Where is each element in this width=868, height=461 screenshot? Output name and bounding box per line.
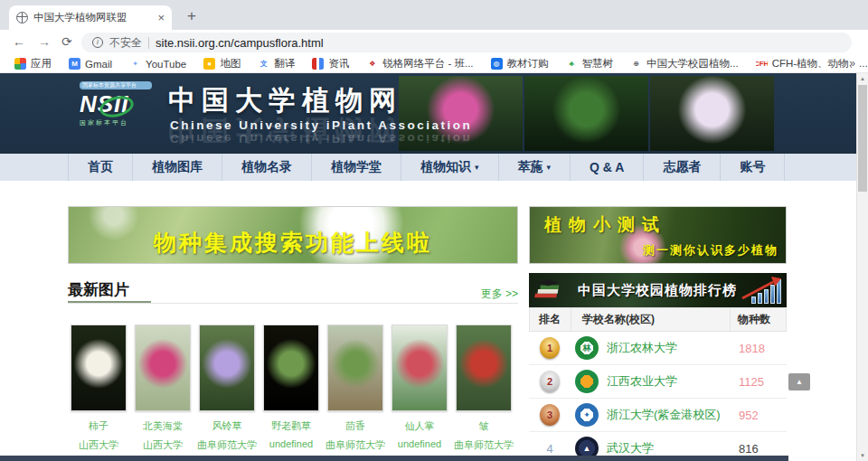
- back-to-top-button[interactable]: ▲: [788, 373, 810, 390]
- promo-banner[interactable]: 物种集成搜索功能上线啦: [68, 206, 518, 264]
- ranking-table-header: 排名 学校名称(校区) 物种数: [529, 307, 787, 332]
- nav-item[interactable]: 植物知识 ▾: [401, 154, 498, 181]
- info-icon[interactable]: i: [92, 37, 103, 48]
- species-count: 816: [739, 442, 759, 456]
- nsii-logo-text: NSII: [80, 89, 168, 118]
- nav-item-label: 账号: [740, 159, 765, 175]
- bookmark-item[interactable]: ❖ 锐格网络平台 - 班...: [366, 57, 473, 71]
- nav-item[interactable]: 首页: [68, 154, 132, 181]
- column-species-count: 物种数: [730, 308, 786, 331]
- promo-banner-text: 物种集成搜索功能上线啦: [154, 228, 432, 258]
- rank-cell: 4: [529, 442, 571, 456]
- plant-name[interactable]: 仙人掌: [389, 419, 450, 433]
- photo-card[interactable]: 皱 曲阜师范大学: [453, 325, 514, 461]
- tab-title: 中国大学植物网联盟: [33, 11, 152, 24]
- plant-photo[interactable]: [456, 325, 512, 411]
- maps-icon: ●: [203, 58, 215, 70]
- photo-card[interactable]: 风铃草 曲阜师范大学: [196, 325, 258, 461]
- photo-card[interactable]: 茴香 曲阜师范大学: [325, 325, 386, 461]
- bookmark-label: 中国大学校园植物...: [646, 57, 739, 71]
- textbook-order-icon: ◍: [491, 58, 503, 70]
- nav-item-label: 植物图库: [152, 159, 203, 175]
- chevron-down-icon: ▾: [547, 163, 552, 172]
- new-tab-button[interactable]: +: [183, 7, 201, 25]
- plant-name[interactable]: 北美海棠: [132, 419, 193, 433]
- plant-photo[interactable]: [392, 325, 448, 411]
- ranking-table: 排名 学校名称(校区) 物种数 1 林 浙江农林大学: [529, 307, 787, 461]
- nav-item[interactable]: 植物名录: [222, 154, 311, 181]
- address-bar[interactable]: i 不安全 site.nsii.org.cn/campusflora.html: [81, 33, 852, 52]
- nav-item[interactable]: Q & A: [570, 154, 643, 181]
- plant-name[interactable]: 皱: [453, 419, 514, 433]
- page-scrollbar[interactable]: ▲ ▼: [856, 73, 868, 461]
- scrollbar-down-icon[interactable]: ▼: [857, 450, 868, 461]
- school-name-link[interactable]: 江西农业大学: [607, 373, 677, 390]
- scrollbar-up-icon[interactable]: ▲: [857, 73, 868, 84]
- ranking-banner: 中国大学校园植物排行榜: [529, 273, 787, 307]
- plant-name[interactable]: 茴香: [325, 419, 386, 433]
- books-icon: [534, 278, 563, 302]
- bookmark-item[interactable]: ♣ 智慧树: [566, 57, 614, 71]
- nav-item[interactable]: 账号: [720, 154, 785, 181]
- nav-item[interactable]: 萃葹 ▾: [498, 154, 571, 181]
- plant-photo[interactable]: [199, 325, 255, 411]
- photo-card[interactable]: 野老鹳草 undefined: [260, 325, 322, 461]
- photo-card[interactable]: 柿子 山西大学: [68, 325, 129, 461]
- bookmark-item[interactable]: ◍ 教材订购: [491, 57, 549, 71]
- more-link[interactable]: 更多 >>: [68, 287, 518, 302]
- site-header: 国家标本资源共享平台 NSII 国家标本平台 中国大学植物网 中国大学植物网 C…: [0, 73, 868, 154]
- plant-school: 山西大学: [68, 438, 129, 452]
- school-name-link[interactable]: 浙江大学(紫金港校区): [607, 407, 721, 423]
- active-tab[interactable]: 中国大学植物网联盟 ×: [9, 5, 172, 30]
- nav-item[interactable]: 植物图库: [132, 154, 222, 181]
- species-count: 1818: [739, 342, 765, 355]
- ranking-table-row: 2 江西农业大学 1125: [529, 365, 787, 399]
- ranking-table-row: 1 林 浙江农林大学 1818: [529, 332, 787, 365]
- reload-icon[interactable]: ⟳: [61, 34, 72, 49]
- latest-photos-strip: 柿子 山西大学 北美海棠 山西大学 风铃草 曲阜师范大学 野老鹳: [68, 325, 518, 461]
- plant-name[interactable]: 野老鹳草: [260, 419, 322, 433]
- plant-photo[interactable]: [71, 325, 127, 411]
- school-name-link[interactable]: 武汉大学: [607, 440, 654, 456]
- plant-name[interactable]: 柿子: [68, 419, 129, 433]
- bookmark-item[interactable]: 资讯: [312, 57, 349, 71]
- site-title: 中国大学植物网: [168, 82, 402, 119]
- bookmark-item[interactable]: ✦ YouTube: [129, 58, 186, 70]
- bookmark-item[interactable]: 应用: [14, 57, 52, 71]
- plant-photo[interactable]: [263, 325, 319, 411]
- nav-item-label: 志愿者: [663, 159, 701, 175]
- count-cell: 816: [731, 442, 787, 456]
- photo-card[interactable]: 仙人掌 undefined: [389, 325, 450, 461]
- nav-item-label: 植物知识: [420, 159, 471, 175]
- bookmark-label: 地图: [220, 57, 241, 71]
- school-name-link[interactable]: 浙江农林大学: [607, 340, 677, 356]
- plant-photo[interactable]: [327, 325, 383, 411]
- plant-photo[interactable]: [135, 325, 191, 411]
- bookmark-label: 应用: [31, 57, 52, 71]
- plant-school: 曲阜师范大学: [325, 438, 386, 452]
- bookmark-item[interactable]: 文 翻译: [258, 57, 295, 71]
- photo-card[interactable]: 北美海棠 山西大学: [132, 325, 193, 461]
- red-arrow-icon: [741, 275, 782, 302]
- scrollbar-thumb[interactable]: [858, 85, 867, 192]
- plant-quiz-banner[interactable]: 植物小测试 测一测你认识多少植物: [529, 206, 787, 264]
- nsii-logo[interactable]: 国家标本资源共享平台 NSII 国家标本平台: [80, 81, 168, 145]
- nsii-caption: 国家标本平台: [80, 118, 168, 127]
- nav-item[interactable]: 志愿者: [643, 154, 720, 181]
- bookmarks-overflow-icon[interactable]: »: [849, 57, 855, 70]
- species-count: 1125: [739, 375, 764, 389]
- plant-name[interactable]: 风铃草: [196, 419, 258, 433]
- translate-icon: 文: [258, 58, 269, 70]
- bookmark-item[interactable]: ⊕ 中国大学校园植物...: [630, 57, 739, 71]
- school-cell: 林 浙江农林大学: [571, 336, 731, 360]
- back-icon[interactable]: ←: [13, 34, 25, 49]
- ranking-table-row: 3 ✦ 浙江大学(紫金港校区) 952: [529, 399, 787, 432]
- page-footer-strip: [0, 456, 788, 461]
- forward-icon[interactable]: →: [38, 34, 51, 49]
- bookmark-item[interactable]: ● 地图: [203, 57, 241, 71]
- bookmark-item[interactable]: M Gmail: [69, 58, 112, 70]
- url-text[interactable]: site.nsii.org.cn/campusflora.html: [156, 36, 324, 50]
- medal-icon: 1: [540, 337, 560, 359]
- tab-close-icon[interactable]: ×: [157, 11, 165, 24]
- nav-item[interactable]: 植物学堂: [311, 154, 401, 181]
